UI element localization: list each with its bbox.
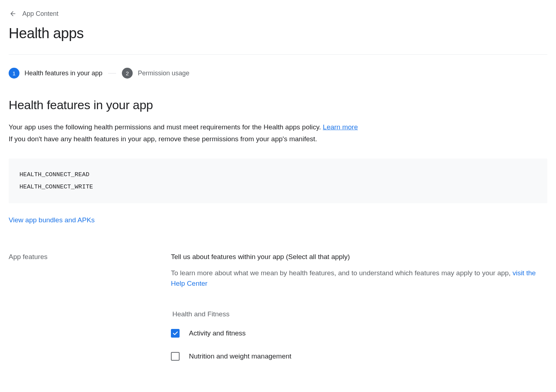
checkbox-activity-fitness[interactable]: Activity and fitness	[171, 329, 547, 338]
section-title: Health features in your app	[9, 98, 547, 112]
learn-more-link[interactable]: Learn more	[323, 123, 358, 131]
step-1-label: Health features in your app	[25, 70, 102, 77]
step-2[interactable]: 2 Permission usage	[122, 68, 189, 79]
breadcrumb: App Content	[9, 9, 547, 18]
view-bundles-link[interactable]: View app bundles and APKs	[9, 216, 94, 224]
permission-line: HEALTH_CONNECT_READ	[19, 169, 537, 181]
page-title: Health apps	[9, 25, 547, 41]
category-heading: Health and Fitness	[171, 310, 547, 318]
permission-line: HEALTH_CONNECT_WRITE	[19, 181, 537, 193]
step-1[interactable]: 1 Health features in your app	[9, 68, 102, 79]
form-description-text: To learn more about what we mean by heal…	[171, 269, 512, 277]
permissions-box: HEALTH_CONNECT_READ HEALTH_CONNECT_WRITE	[9, 159, 547, 203]
checkbox-nutrition-weight[interactable]: Nutrition and weight management	[171, 352, 547, 361]
description-text: Your app uses the following health permi…	[9, 123, 323, 131]
checkbox-label: Activity and fitness	[189, 329, 246, 337]
checkbox-checked-icon	[171, 329, 180, 338]
step-2-circle: 2	[122, 68, 133, 79]
section-description-secondary: If you don't have any health features in…	[9, 134, 547, 144]
form-section: App features Tell us about features with…	[9, 253, 547, 375]
form-heading: Tell us about features within your app (…	[171, 253, 547, 261]
checkbox-label: Nutrition and weight management	[189, 352, 291, 360]
form-description: To learn more about what we mean by heal…	[171, 268, 547, 289]
stepper: 1 Health features in your app 2 Permissi…	[9, 68, 547, 79]
form-content: Tell us about features within your app (…	[171, 253, 547, 375]
step-connector	[108, 73, 116, 74]
divider	[9, 54, 547, 55]
form-label: App features	[9, 253, 156, 375]
checkbox-unchecked-icon	[171, 352, 180, 361]
section-description: Your app uses the following health permi…	[9, 122, 547, 133]
breadcrumb-label[interactable]: App Content	[22, 10, 58, 18]
back-arrow-icon[interactable]	[9, 9, 17, 18]
step-2-label: Permission usage	[138, 70, 189, 77]
step-1-circle: 1	[9, 68, 19, 79]
